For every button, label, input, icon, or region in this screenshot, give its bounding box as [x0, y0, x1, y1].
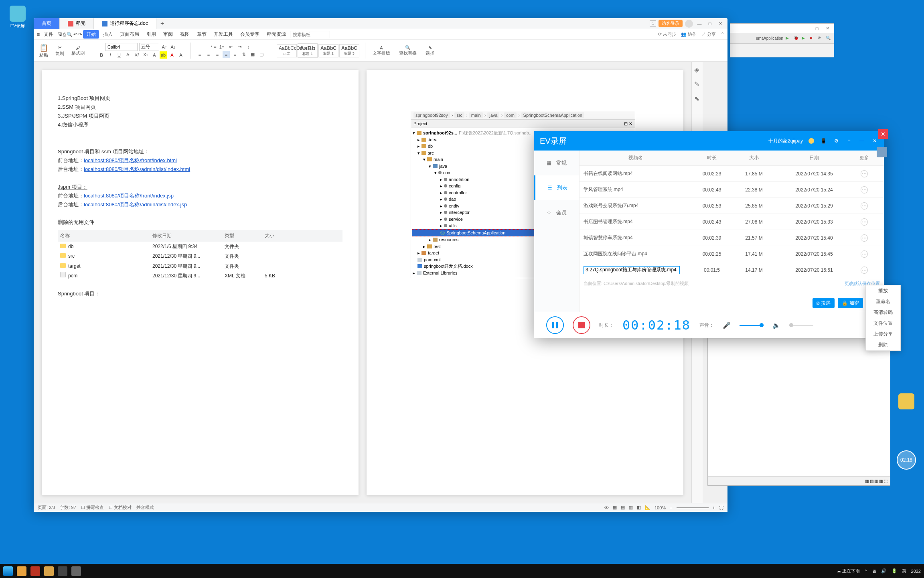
align-center-button[interactable]: ≡	[205, 51, 212, 58]
stop-button[interactable]	[573, 316, 590, 334]
ctx-filelocation[interactable]: 文件位置	[866, 318, 900, 329]
mic-volume-slider[interactable]	[740, 325, 764, 326]
menu-insert[interactable]: 插入	[100, 30, 116, 39]
ctx-delete[interactable]: 删除	[866, 340, 900, 350]
more-icon[interactable]: ⋯	[861, 186, 868, 193]
run-config-dropdown[interactable]: emaApplication	[756, 36, 783, 41]
word-count[interactable]: 字数: 97	[60, 505, 76, 511]
strike-button[interactable]: A̶	[124, 51, 132, 59]
floating-timer-badge[interactable]: 02:18	[897, 450, 916, 470]
border-button[interactable]: ▢	[258, 51, 265, 58]
user-name[interactable]: 十月的象2qiipay	[768, 138, 803, 144]
menu-review[interactable]: 审阅	[160, 30, 176, 39]
menu-icon[interactable]: ≡	[845, 137, 853, 144]
share-button[interactable]: ↗ 分享	[701, 31, 716, 37]
bold-button[interactable]: B	[98, 51, 105, 59]
bullets-button[interactable]: ⋮≡	[209, 43, 217, 51]
proofing-toggle[interactable]: ☐ 文档校对	[109, 505, 132, 511]
font-color-button[interactable]: A	[168, 51, 176, 59]
video-row[interactable]: 书店图书管理系统.mp400:02:4327.08 M2022/07/20 15…	[580, 214, 884, 230]
pencil-icon[interactable]: ✎	[694, 80, 701, 87]
style-h3[interactable]: AaBbC标题 3	[339, 44, 359, 57]
close-icon[interactable]: ✕	[823, 24, 831, 33]
highlight-button[interactable]: ab	[160, 51, 167, 59]
eye-icon[interactable]: 👁	[604, 505, 609, 510]
menu-file[interactable]: 文件	[41, 30, 57, 39]
text-tools-button[interactable]: A文字排版	[371, 45, 392, 57]
git-icon[interactable]: ⟳	[818, 36, 823, 41]
settings-icon[interactable]: ⚙	[833, 137, 840, 144]
tab-home[interactable]: 首页	[34, 18, 60, 29]
menu-layout[interactable]: 页面布局	[117, 30, 142, 39]
tray-chevron-icon[interactable]: ^	[865, 569, 867, 574]
line-spacing-button[interactable]: ⇅	[240, 51, 247, 58]
subscript-button[interactable]: X₂	[142, 51, 149, 59]
style-normal[interactable]: AaBbCcDd正文	[277, 44, 297, 57]
zoom-slider[interactable]	[677, 507, 709, 508]
clock[interactable]: 2022	[911, 569, 921, 574]
tray-volume-icon[interactable]: 🔊	[881, 568, 887, 574]
save-icon[interactable]: 🖫	[57, 32, 62, 37]
video-row[interactable]: 互联网医院在线问诊平台.mp400:02:2517.41 M2022/07/20…	[580, 246, 884, 262]
style-h2[interactable]: AaBbC标题 2	[318, 44, 338, 57]
rename-input[interactable]	[584, 266, 680, 274]
diamond-icon[interactable]: ◈	[694, 66, 701, 72]
debug-icon[interactable]: 🐞	[794, 36, 799, 41]
tab-docer[interactable]: 稻壳	[60, 18, 94, 29]
more-icon[interactable]: ⋯	[861, 218, 868, 226]
more-icon[interactable]: ⋯	[861, 170, 868, 177]
speaker-volume-slider[interactable]	[789, 325, 813, 326]
template-search-input[interactable]	[290, 31, 330, 38]
justify-button[interactable]: ≡	[223, 51, 230, 58]
taskbar-app[interactable]	[44, 566, 54, 576]
new-tab-button[interactable]: +	[156, 20, 168, 27]
weather-widget[interactable]: ☁ 正在下雨	[837, 568, 860, 574]
ime-indicator[interactable]: 英	[902, 568, 906, 574]
fullscreen-icon[interactable]: ⛶	[719, 505, 723, 510]
video-row[interactable]: 书籍在线阅读网站.mp400:02:2317.85 M2022/07/20 14…	[580, 166, 884, 182]
ruler-icon[interactable]: 📐	[645, 505, 650, 510]
char-border-button[interactable]: A	[177, 51, 184, 59]
zoom-level[interactable]: 100%	[654, 505, 666, 510]
sidebar-item-member[interactable]: ☆会员	[534, 200, 579, 225]
undo-icon[interactable]: ↶	[73, 32, 77, 37]
video-row-editing[interactable]: 00:01:514.17 M2022/07/20 15:51⋯	[580, 262, 884, 278]
grow-font-icon[interactable]: A↑	[161, 43, 168, 51]
close-button[interactable]: ✕	[878, 129, 888, 139]
search-icon[interactable]: 🔍	[826, 36, 831, 41]
format-painter-button[interactable]: 🖌格式刷	[70, 45, 86, 57]
more-icon[interactable]: ⋯	[861, 202, 868, 210]
view-mode-icon[interactable]: ▤	[621, 505, 625, 510]
underline-button[interactable]: U	[116, 51, 123, 59]
coverage-icon[interactable]: ▶	[802, 36, 807, 41]
ide-profile-avatar[interactable]	[877, 147, 887, 157]
sidebar-item-list[interactable]: ☰列表	[534, 175, 579, 200]
taskbar-app[interactable]	[71, 566, 81, 576]
cursor-icon[interactable]: ⬉	[694, 95, 701, 101]
stop-icon[interactable]: ■	[810, 36, 815, 41]
superscript-button[interactable]: X²	[133, 51, 140, 59]
paste-button[interactable]: 📋粘贴	[38, 43, 50, 59]
run-icon[interactable]: ▶	[786, 36, 791, 41]
minimize-icon[interactable]: —	[858, 137, 865, 144]
view-mode-icon[interactable]: ▦	[613, 505, 617, 510]
menu-view[interactable]: 视图	[177, 30, 193, 39]
tray-network-icon[interactable]: 🖥	[872, 569, 876, 574]
menu-docer-res[interactable]: 稻壳资源	[263, 30, 289, 39]
taskbar-app[interactable]	[30, 566, 40, 576]
spellcheck-toggle[interactable]: ☐ 拼写检查	[81, 505, 104, 511]
pause-button[interactable]	[546, 316, 564, 334]
desktop-icon[interactable]: EV录屏	[6, 6, 30, 29]
zoom-in-icon[interactable]: +	[713, 505, 715, 510]
view-mode-icon[interactable]: ◧	[637, 505, 641, 510]
close-icon[interactable]: ✕	[716, 20, 724, 28]
style-h1[interactable]: AaBb标题 1	[298, 43, 318, 58]
start-button[interactable]	[3, 566, 13, 576]
taskbar-app[interactable]	[17, 566, 26, 576]
document-page-1[interactable]: 1.SpringBoot 项目网页 2.SSM 项目网页 3.JSP/JSPM …	[42, 70, 359, 495]
sort-icon[interactable]: ↕	[245, 43, 252, 51]
cast-button[interactable]: ⎚投屏	[813, 298, 835, 308]
menu-member[interactable]: 会员专享	[237, 30, 263, 39]
menu-icon[interactable]: ≡	[37, 32, 40, 37]
cut-icon[interactable]: ✂	[58, 45, 62, 50]
